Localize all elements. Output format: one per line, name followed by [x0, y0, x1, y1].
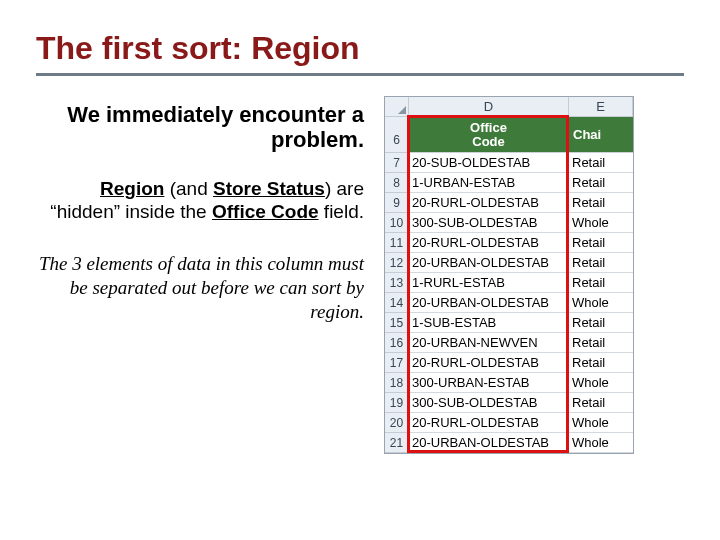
cell-office-code[interactable]: 20-RURL-OLDESTAB — [409, 413, 569, 433]
row-header[interactable]: 16 — [385, 333, 409, 353]
row-header[interactable]: 21 — [385, 433, 409, 453]
cell-office-code[interactable]: 300-SUB-OLDESTAB — [409, 393, 569, 413]
row-header[interactable]: 11 — [385, 233, 409, 253]
p2-seg6: field. — [319, 201, 364, 222]
header-cell-office-code[interactable]: Office Code — [409, 117, 569, 153]
header-cell-channel[interactable]: Chai — [569, 117, 633, 153]
row-header[interactable]: 19 — [385, 393, 409, 413]
cell-channel[interactable]: Retail — [569, 393, 633, 413]
cell-channel[interactable]: Retail — [569, 233, 633, 253]
cell-office-code[interactable]: 20-URBAN-OLDESTAB — [409, 293, 569, 313]
table-row: 19300-SUB-OLDESTABRetail — [385, 393, 633, 413]
cell-office-code[interactable]: 20-URBAN-OLDESTAB — [409, 253, 569, 273]
slide-title: The first sort: Region — [36, 30, 684, 67]
table-row: 1720-RURL-OLDESTABRetail — [385, 353, 633, 373]
cell-office-code[interactable]: 20-URBAN-NEWVEN — [409, 333, 569, 353]
select-all-corner[interactable] — [385, 97, 409, 117]
table-row: 1420-URBAN-OLDESTABWhole — [385, 293, 633, 313]
header-row: 6 Office Code Chai — [385, 117, 633, 153]
column-header-row: D E — [385, 97, 633, 117]
table-row: 1120-RURL-OLDESTABRetail — [385, 233, 633, 253]
paragraph-1: We immediately encounter a problem. — [36, 102, 364, 153]
data-rows: 720-SUB-OLDESTABRetail81-URBAN-ESTABReta… — [385, 153, 633, 453]
table-row: 131-RURL-ESTABRetail — [385, 273, 633, 293]
cell-office-code[interactable]: 1-RURL-ESTAB — [409, 273, 569, 293]
col-header-E[interactable]: E — [569, 97, 633, 117]
row-header[interactable]: 7 — [385, 153, 409, 173]
cell-channel[interactable]: Retail — [569, 353, 633, 373]
row-header[interactable]: 8 — [385, 173, 409, 193]
table-row: 2020-RURL-OLDESTABWhole — [385, 413, 633, 433]
table-row: 18300-URBAN-ESTABWhole — [385, 373, 633, 393]
cell-office-code[interactable]: 1-SUB-ESTAB — [409, 313, 569, 333]
content-row: We immediately encounter a problem. Regi… — [36, 100, 684, 454]
row-header[interactable]: 10 — [385, 213, 409, 233]
paragraph-3: The 3 elements of data in this column mu… — [36, 252, 364, 323]
cell-channel[interactable]: Retail — [569, 333, 633, 353]
title-rule — [36, 73, 684, 76]
table-row: 1620-URBAN-NEWVENRetail — [385, 333, 633, 353]
p2-region: Region — [100, 178, 164, 199]
col-header-D[interactable]: D — [409, 97, 569, 117]
row-header[interactable]: 12 — [385, 253, 409, 273]
cell-channel[interactable]: Whole — [569, 373, 633, 393]
cell-office-code[interactable]: 300-URBAN-ESTAB — [409, 373, 569, 393]
cell-channel[interactable]: Retail — [569, 273, 633, 293]
row-header[interactable]: 15 — [385, 313, 409, 333]
row-header[interactable]: 17 — [385, 353, 409, 373]
row-header[interactable]: 14 — [385, 293, 409, 313]
excel-column: D E 6 Office Code Chai 720-SUB-OLDESTABR… — [384, 96, 634, 454]
cell-channel[interactable]: Retail — [569, 153, 633, 173]
table-row: 1220-URBAN-OLDESTABRetail — [385, 253, 633, 273]
cell-channel[interactable]: Whole — [569, 433, 633, 453]
cell-office-code[interactable]: 20-RURL-OLDESTAB — [409, 193, 569, 213]
cell-channel[interactable]: Retail — [569, 253, 633, 273]
cell-office-code[interactable]: 20-SUB-OLDESTAB — [409, 153, 569, 173]
row-header[interactable]: 18 — [385, 373, 409, 393]
slide: The first sort: Region We immediately en… — [0, 0, 720, 540]
p2-store-status: Store Status — [213, 178, 325, 199]
cell-office-code[interactable]: 20-URBAN-OLDESTAB — [409, 433, 569, 453]
table-row: 2120-URBAN-OLDESTABWhole — [385, 433, 633, 453]
cell-office-code[interactable]: 20-RURL-OLDESTAB — [409, 233, 569, 253]
table-row: 920-RURL-OLDESTABRetail — [385, 193, 633, 213]
cell-office-code[interactable]: 1-URBAN-ESTAB — [409, 173, 569, 193]
row-header[interactable]: 20 — [385, 413, 409, 433]
excel-grid: D E 6 Office Code Chai 720-SUB-OLDESTABR… — [384, 96, 634, 454]
cell-channel[interactable]: Retail — [569, 193, 633, 213]
row-header[interactable]: 9 — [385, 193, 409, 213]
table-row: 81-URBAN-ESTABRetail — [385, 173, 633, 193]
row-header[interactable]: 13 — [385, 273, 409, 293]
cell-office-code[interactable]: 20-RURL-OLDESTAB — [409, 353, 569, 373]
table-row: 720-SUB-OLDESTABRetail — [385, 153, 633, 173]
cell-channel[interactable]: Retail — [569, 313, 633, 333]
cell-channel[interactable]: Whole — [569, 293, 633, 313]
p2-seg2: (and — [164, 178, 213, 199]
table-row: 10300-SUB-OLDESTABWhole — [385, 213, 633, 233]
table-row: 151-SUB-ESTABRetail — [385, 313, 633, 333]
paragraph-2: Region (and Store Status) are “hidden” i… — [36, 177, 364, 225]
p2-office-code: Office Code — [212, 201, 319, 222]
cell-channel[interactable]: Whole — [569, 413, 633, 433]
text-column: We immediately encounter a problem. Regi… — [36, 100, 364, 454]
cell-office-code[interactable]: 300-SUB-OLDESTAB — [409, 213, 569, 233]
cell-channel[interactable]: Retail — [569, 173, 633, 193]
row-header[interactable]: 6 — [385, 117, 409, 153]
cell-channel[interactable]: Whole — [569, 213, 633, 233]
